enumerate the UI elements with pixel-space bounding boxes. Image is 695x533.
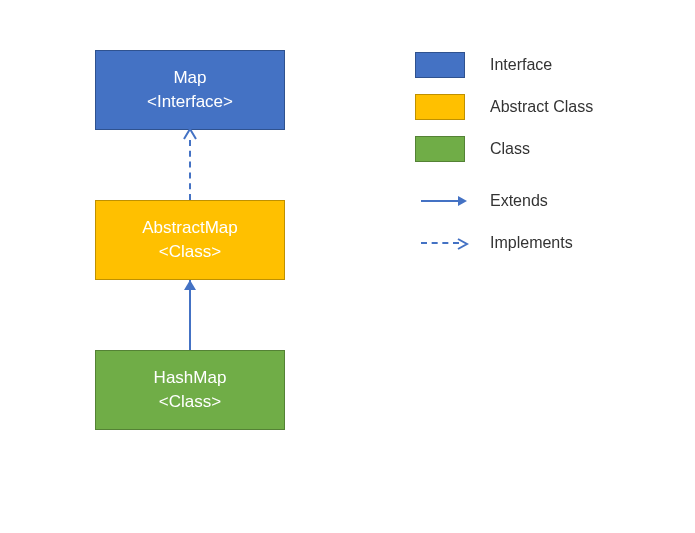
arrowhead-open-icon [457,238,469,250]
legend-label: Implements [490,234,573,252]
legend: Interface Abstract Class Class Extends I… [415,50,635,270]
node-map: Map <Interface> [95,50,285,130]
legend-swatch-green [415,136,465,162]
legend-swatch-blue [415,52,465,78]
legend-label: Extends [490,192,548,210]
legend-item-implements: Implements [415,228,635,258]
dashed-arrow-icon [421,242,459,244]
legend-swatch-orange [415,94,465,120]
dashed-line [189,140,191,200]
node-title: AbstractMap [142,216,237,240]
legend-item-interface: Interface [415,50,635,80]
legend-item-extends: Extends [415,186,635,216]
legend-item-class: Class [415,134,635,164]
class-hierarchy-diagram: Map <Interface> AbstractMap <Class> Hash… [50,50,330,430]
node-stereotype: <Class> [159,390,221,414]
solid-arrow-icon [421,200,459,202]
arrowhead-solid-icon [184,280,196,290]
node-stereotype: <Interface> [147,90,233,114]
node-abstract-map: AbstractMap <Class> [95,200,285,280]
legend-label: Interface [490,56,552,74]
edge-implements [50,130,330,200]
node-hash-map: HashMap <Class> [95,350,285,430]
legend-label: Abstract Class [490,98,593,116]
node-title: Map [173,66,206,90]
arrowhead-solid-icon [458,196,467,206]
legend-item-abstract-class: Abstract Class [415,92,635,122]
solid-line [189,280,191,350]
edge-extends [50,280,330,350]
node-stereotype: <Class> [159,240,221,264]
node-title: HashMap [154,366,227,390]
arrowhead-open-icon [183,128,197,140]
legend-label: Class [490,140,530,158]
